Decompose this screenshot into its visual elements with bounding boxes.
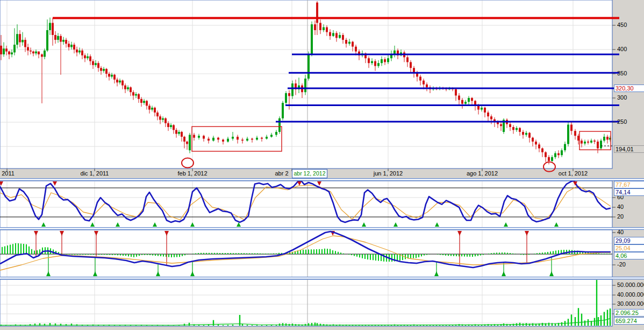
x-axis-label: ago 1, 2012	[458, 170, 506, 177]
macd-signal-value-box: 25,04	[614, 244, 644, 252]
macd-value-box: 29,09	[614, 237, 644, 244]
last-price-box: 194,01	[614, 145, 644, 153]
volume-scale-label: 40.000.000	[617, 291, 644, 298]
y-axis-label: 300	[617, 94, 627, 101]
stochastic-panel[interactable]	[0, 181, 612, 228]
y-axis-label: 450	[617, 22, 627, 28]
x-axis-label: feb 1, 2012	[168, 170, 217, 177]
x-axis-label: oct 1, 2012	[549, 170, 597, 177]
volume-value-box: 2.096.25	[614, 309, 644, 317]
panel-separator[interactable]	[0, 277, 644, 279]
volume-scale-label: 50.000.000	[617, 282, 644, 288]
y-axis-label: -20	[617, 261, 626, 268]
x-axis-label: dic 1, 2011	[70, 170, 119, 177]
x-axis-label: jun 1, 2012	[364, 170, 412, 177]
y-axis-label: 400	[617, 46, 627, 52]
level-price-box: 320,30	[614, 85, 644, 92]
volume-scale-label: 30.000.000	[617, 300, 644, 307]
volume-panel[interactable]	[0, 279, 612, 326]
trading-chart-window: , 2011dic 1, 2011feb 1, 2012abr 2jun 1, …	[0, 0, 644, 330]
y-axis-label: 20	[617, 213, 624, 220]
macd-panel[interactable]	[0, 230, 612, 277]
panel-separator[interactable]	[0, 227, 644, 230]
y-axis-label: 250	[617, 118, 627, 125]
crosshair-date-label: abr 12, 2012	[292, 169, 327, 178]
stoch-fast-value-box: 74,14	[614, 188, 644, 196]
y-axis-label: 350	[617, 70, 627, 76]
price-panel[interactable]	[0, 0, 612, 168]
y-axis-label: 40	[617, 229, 624, 235]
volume-avg-value-box: 659.274	[614, 317, 644, 325]
macd-hist-value-box: 4,06	[614, 252, 644, 259]
stoch-slow-value-box: 77,67	[614, 181, 644, 188]
x-axis-label: , 2011	[0, 170, 31, 177]
y-axis-label: 40	[617, 203, 624, 210]
